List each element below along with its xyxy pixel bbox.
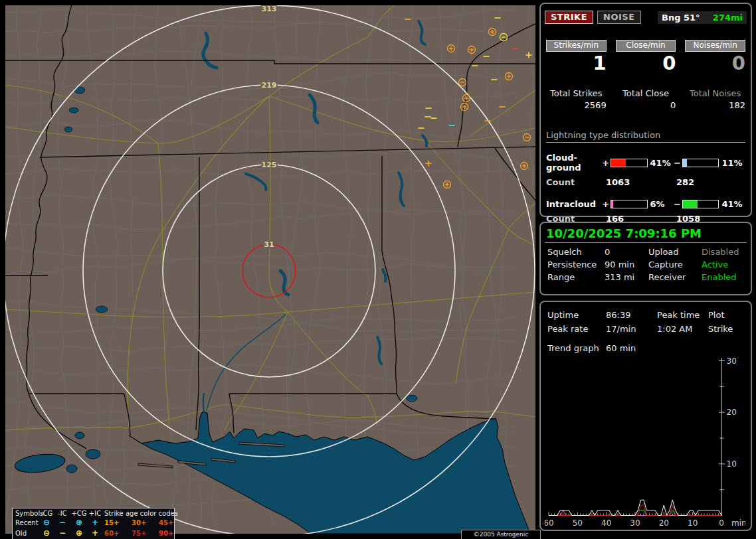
plus-sign: + — [602, 199, 609, 209]
trend-x-tick-label: 0 — [719, 518, 724, 528]
trend-graph-period[interactable]: 60 min — [606, 343, 657, 353]
peak-time-label: Peak time — [657, 310, 708, 320]
close-per-min-value: 0 — [616, 53, 676, 74]
trend-x-tick-label: 30 — [630, 518, 640, 528]
total-close-value: 0 — [616, 100, 676, 110]
legend-symbol: − — [55, 518, 70, 527]
legend-age-code: 15+ — [104, 519, 119, 526]
trend-x-tick-label: 60 — [545, 518, 554, 528]
trend-x-tick-label: 10 — [688, 518, 698, 528]
cloud-ground-count-row: Count 1063 282 — [546, 177, 745, 187]
uptime-value: 86:39 — [606, 310, 657, 320]
stats-row-2: Peak rate 17/min 1:02 AM Strike — [547, 324, 744, 334]
plus-sign: + — [602, 158, 609, 168]
legend-header-ic-neg: -IC — [55, 510, 70, 517]
plot-label: Plot — [708, 310, 744, 320]
status-row-squelch: Squelch 0 Upload Disabled — [547, 247, 744, 257]
legend-symbol: + — [88, 528, 102, 538]
legend-symbol: ⊕ — [71, 518, 87, 527]
minus-sign: − — [674, 199, 681, 209]
squelch-value: 0 — [605, 247, 648, 257]
strikes-per-min-chip: Strikes/min — [546, 40, 607, 52]
total-noises-label: Total Noises — [685, 88, 745, 98]
rate-values-row: 1 0 0 — [546, 52, 745, 74]
legend-age-code: 75+ — [132, 530, 146, 537]
trend-graph-label: Trend graph — [547, 343, 606, 353]
persistence-label: Persistence — [547, 260, 605, 270]
ring-distance-label: 219 — [262, 81, 277, 90]
cg-positive-pct: 41% — [650, 158, 674, 168]
minus-sign: − — [674, 158, 681, 168]
trend-y-tick-label: 10 — [727, 459, 737, 469]
trend-y-tick-label: 30 — [727, 356, 737, 366]
ic-negative-bar — [682, 200, 719, 208]
legend-age-code: 30+ — [132, 519, 146, 526]
strikes-per-min-value: 1 — [546, 53, 607, 74]
cg-negative-bar — [682, 159, 719, 167]
legend-symbol: ⊖ — [39, 528, 54, 538]
total-strikes-label: Total Strikes — [546, 88, 607, 98]
legend-symbol: − — [55, 528, 70, 538]
legend-age-code: 45+ — [159, 519, 173, 526]
total-strikes-value: 2569 — [546, 100, 607, 110]
status-panel: 10/20/2025 7:09:16 PM Squelch 0 Upload D… — [539, 222, 752, 295]
legend-row-label: Old — [15, 530, 27, 537]
noises-per-min-value: 0 — [685, 53, 745, 74]
ic-negative-pct: 41% — [721, 199, 745, 209]
range-label: Range — [547, 272, 605, 282]
trend-x-tick-label: 20 — [659, 518, 669, 528]
ring-distance-label: 125 — [262, 161, 277, 169]
intracloud-row: Intracloud + 6% − 41% — [546, 199, 745, 209]
map-canvas: 31321912531 — [5, 5, 535, 534]
legend-row-label: Recent — [15, 519, 39, 526]
peak-rate-value: 17/min — [606, 324, 657, 334]
cg-negative-pct: 11% — [721, 158, 745, 168]
receiver-status: Enabled — [702, 272, 744, 282]
legend-symbol: + — [88, 518, 102, 527]
peak-time-value: 1:02 AM — [657, 324, 708, 334]
alert-button-row: STRIKE NOISE Bng 51° 274mi — [545, 11, 747, 24]
close-per-min-chip: Close/min — [616, 40, 676, 52]
legend-age-code: 60+ — [104, 530, 119, 537]
distribution-title: Lightning type distribution — [546, 130, 745, 143]
trend-x-axis-unit: min — [731, 518, 745, 528]
total-noises-value: 182 — [685, 100, 745, 110]
cg-negative-count: 282 — [676, 177, 694, 187]
stats-trend-panel: Uptime 86:39 Peak time Plot Peak rate 17… — [539, 301, 752, 531]
cg-positive-count: 1063 — [606, 177, 676, 187]
bearing-value: Bng 51° — [662, 13, 700, 23]
noise-indicator-button[interactable]: NOISE — [597, 11, 641, 24]
cg-positive-bar — [611, 159, 647, 167]
noises-per-min-chip: Noises/min — [685, 40, 745, 52]
total-values-row: 2569 0 182 — [546, 98, 745, 110]
status-row-range: Range 313 mi Receiver Enabled — [547, 272, 744, 282]
squelch-label: Squelch — [547, 247, 605, 257]
trend-y-tick-label: 20 — [727, 408, 737, 417]
trend-graph-chart: 1020306050403020100min — [545, 354, 745, 530]
divider — [545, 242, 747, 243]
count-label: Count — [546, 177, 606, 187]
uptime-label: Uptime — [547, 310, 606, 320]
cloud-ground-label: Cloud-ground — [546, 153, 602, 173]
stats-row-1: Uptime 86:39 Peak time Plot — [547, 310, 744, 320]
ic-positive-pct: 6% — [650, 199, 674, 209]
total-close-label: Total Close — [616, 88, 676, 98]
trend-x-tick-label: 50 — [573, 518, 583, 528]
upload-label: Upload — [648, 247, 702, 257]
range-value: 274mi — [713, 13, 743, 23]
trend-x-tick-label: 40 — [601, 518, 611, 528]
strike-indicator-button[interactable]: STRIKE — [545, 11, 593, 24]
legend-header-cg-pos: +CG — [71, 510, 87, 517]
copyright-label: ©2005 Astrogenic Systems — [461, 530, 541, 539]
upload-status: Disabled — [702, 247, 744, 257]
cloud-ground-row: Cloud-ground + 41% − 11% — [546, 153, 745, 173]
capture-status: Active — [702, 260, 744, 270]
persistence-value: 90 min — [605, 260, 648, 270]
ring-distance-label: 313 — [262, 5, 277, 13]
ic-positive-bar — [611, 200, 647, 208]
nexstorm-lightning-app: { "header": { "strike_button": "STRIKE",… — [0, 0, 756, 539]
peak-rate-label: Peak rate — [547, 324, 606, 334]
legend-symbol: ⊕ — [71, 528, 87, 538]
capture-label: Capture — [648, 260, 702, 270]
legend-header-cg-neg: -CG — [39, 510, 54, 517]
